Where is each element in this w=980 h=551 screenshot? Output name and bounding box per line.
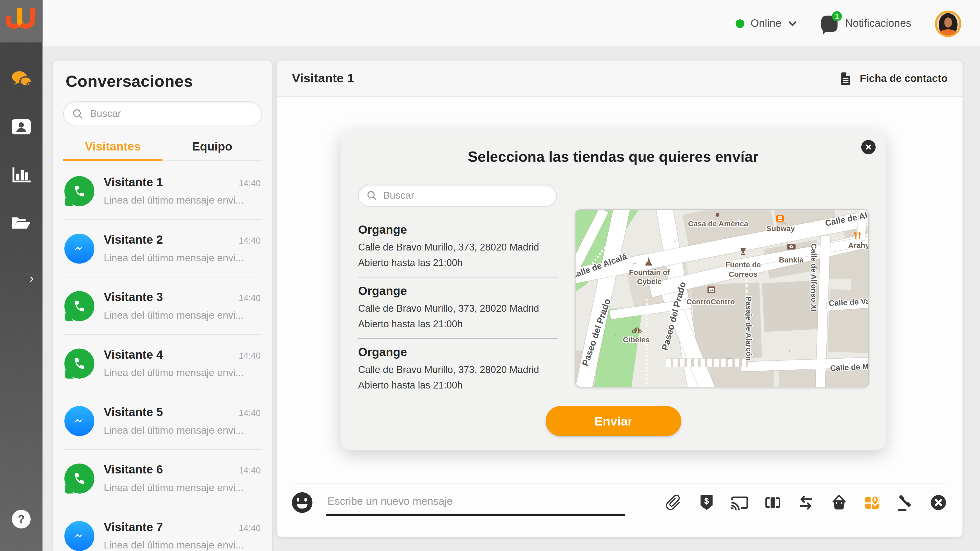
user-avatar[interactable] [935,10,961,37]
rail-expand-button[interactable]: › [0,271,43,285]
conversation-list-item[interactable]: Visitante 1 14:40 Linea del último mensa… [63,162,262,220]
rail-item-conversations[interactable] [0,70,43,89]
map-label: Cibeles [623,335,650,344]
online-dot-icon [736,19,745,28]
rail-item-contacts[interactable] [0,119,43,135]
message-input-wrap [326,489,625,516]
conversations-search[interactable] [63,101,262,126]
map-arrow: → [610,329,618,338]
conversation-list-item[interactable]: Visitante 7 14:40 Linea del último mensa… [63,507,262,551]
conversation-summary: Visitante 3 14:40 Linea del último mensa… [104,291,261,321]
contact-card-button[interactable]: Ficha de contacto [838,71,947,86]
document-icon [838,71,853,86]
map-arrow: ← [725,352,734,362]
visitor-name: Visitante 3 [104,291,163,304]
store-list-item[interactable]: Organge Calle de Bravo Murillo, 373, 280… [358,277,558,338]
active-tab-underline [63,159,162,161]
notification-bubble-icon: 1 [821,15,838,32]
channel-badge [64,348,94,378]
gavel-icon[interactable] [896,494,915,512]
message-preview: Linea del último mensaje envi... [104,425,261,436]
map-poi-fountain-icon [739,246,747,256]
messenger-icon [71,527,88,544]
store-search-input[interactable] [382,189,548,202]
rail-item-stats[interactable] [0,166,43,184]
map-label: Bankia [779,256,803,264]
rail-help-button[interactable]: ? [0,510,43,528]
price-tag-icon[interactable]: $ [697,494,716,512]
devices-icon[interactable] [764,494,782,512]
store-search[interactable] [358,184,557,207]
conversation-list-item[interactable]: Visitante 3 14:40 Linea del último mensa… [63,277,262,335]
chevron-down-icon [788,18,797,28]
store-address: Calle de Bravo Murillo, 373, 28020 Madri… [358,303,558,314]
modal-title: Selecciona las tiendas que quieres envía… [341,149,886,165]
conversation-summary: Visitante 5 14:40 Linea del último mensa… [104,405,261,436]
visitor-name: Visitante 1 [104,176,163,189]
attach-icon[interactable] [664,494,682,512]
left-rail: › ? [0,0,43,551]
message-time: 14:40 [239,235,261,245]
store-list: Organge Calle de Bravo Murillo, 373, 280… [358,216,558,399]
message-time: 14:40 [239,465,261,475]
message-preview: Linea del último mensaje envi... [104,252,261,264]
conversation-list-item[interactable]: Visitante 5 14:40 Linea del último mensa… [63,392,262,450]
whatsapp-icon [71,470,88,486]
send-button[interactable]: Enviar [546,406,681,436]
conversations-tabs: Visitantes Equipo [63,132,262,161]
store-list-item[interactable]: Organge Calle de Bravo Murillo, 373, 280… [358,216,558,277]
message-input[interactable] [326,495,625,509]
map-label: Subway [767,224,795,233]
tab-visitantes[interactable]: Visitantes [63,132,162,161]
store-map[interactable]: ← ↑ ↑ → → ← ← Casa de América Subway C [575,209,869,387]
store-hours: Abierto hasta las 21:00h [358,257,558,268]
transfer-arrows-icon[interactable] [797,494,815,512]
logo-u-right [17,8,35,29]
store-name: Organge [358,223,558,237]
store-name: Organge [358,345,558,359]
store-list-item[interactable]: Organge Calle de Bravo Murillo, 373, 280… [358,338,558,399]
store-locations-icon[interactable] [863,494,881,512]
search-icon [73,108,83,119]
close-icon[interactable] [929,494,948,512]
conversation-list-item[interactable]: Visitante 4 14:40 Linea del último mensa… [63,335,262,392]
cast-icon[interactable] [731,494,749,512]
conversations-search-input[interactable] [89,107,253,120]
conversation-list-item[interactable]: Visitante 6 14:40 Linea del último mensa… [63,450,262,507]
bar-chart-icon [11,166,31,184]
rail-item-files[interactable] [0,214,43,230]
map-label: Calle de Alfonso XI [809,244,818,311]
tab-equipo[interactable]: Equipo [162,132,262,161]
conversations-title: Conversaciones [63,61,262,91]
map-arrow: ← [630,257,640,267]
store-select-modal: ✕ Selecciona las tiendas que quieres env… [341,130,886,450]
contact-card-label: Ficha de contacto [860,73,948,84]
online-status-dropdown[interactable]: Online [736,17,798,30]
chat-bubbles-icon [11,70,32,89]
map-arrow: ↑ [673,238,677,247]
visitor-name: Visitante 4 [104,348,163,362]
store-address: Calle de Bravo Murillo, 373, 28020 Madri… [358,242,558,253]
map-label: Fuente de Correos [719,260,767,279]
visitor-name: Visitante 6 [104,463,163,477]
map-label: CentroCentro [687,297,735,306]
message-preview: Linea del último mensaje envi... [104,195,261,206]
notifications-button[interactable]: 1 Notificaciones [821,15,911,32]
app-window: Online 1 Notificaciones [0,0,980,551]
chat-panel: Visitante 1 Ficha de contacto ✕ Seleccio… [277,61,963,537]
topbar: Online 1 Notificaciones [0,0,980,47]
visitor-name: Visitante 7 [104,520,163,534]
conversation-summary: Visitante 1 14:40 Linea del último mensa… [104,176,261,206]
messenger-icon [71,413,88,429]
help-icon: ? [12,510,30,528]
message-time: 14:40 [239,178,261,188]
store-name: Organge [358,284,558,298]
channel-badge [64,176,94,206]
conversation-list-item[interactable]: Visitante 2 14:40 Linea del último mensa… [63,220,262,277]
basket-icon[interactable] [830,494,848,512]
message-preview: Linea del último mensaje envi... [104,310,261,321]
emoji-icon[interactable] [292,492,313,513]
app-logo[interactable] [0,0,43,43]
channel-badge [64,463,94,493]
avatar-face [944,17,952,27]
